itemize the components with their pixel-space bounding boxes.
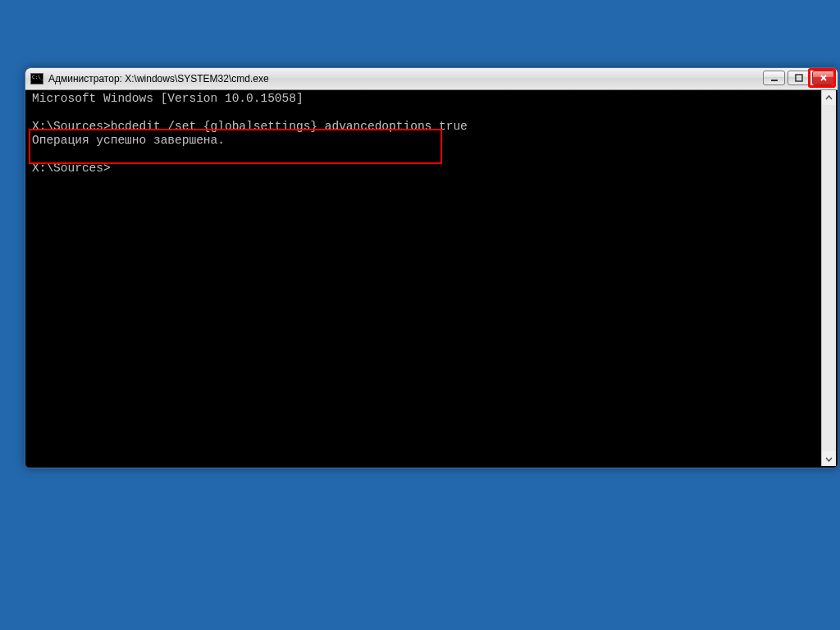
- close-icon: [819, 74, 828, 82]
- chevron-down-icon: [825, 455, 833, 463]
- window-title: Администратор: X:\windows\SYSTEM32\cmd.e…: [48, 73, 269, 84]
- cmd-window: Администратор: X:\windows\SYSTEM32\cmd.e…: [25, 67, 838, 468]
- version-line: Microsoft Windows [Version 10.0.15058]: [32, 92, 304, 105]
- maximize-icon: [795, 74, 803, 82]
- svg-rect-0: [771, 80, 778, 81]
- terminal-area: Microsoft Windows [Version 10.0.15058] X…: [27, 90, 836, 466]
- window-controls: [763, 71, 834, 85]
- result-text: Операция успешно завершена.: [32, 134, 225, 147]
- cmd-icon: [30, 73, 43, 84]
- minimize-icon: [770, 74, 778, 82]
- prompt: X:\Sources>: [32, 162, 111, 175]
- terminal-output[interactable]: Microsoft Windows [Version 10.0.15058] X…: [27, 90, 821, 466]
- scroll-up-button[interactable]: [822, 90, 836, 105]
- chevron-up-icon: [825, 94, 833, 102]
- scroll-down-button[interactable]: [822, 451, 836, 466]
- scroll-track[interactable]: [822, 105, 836, 451]
- titlebar[interactable]: Администратор: X:\windows\SYSTEM32\cmd.e…: [25, 68, 838, 90]
- maximize-button[interactable]: [788, 71, 810, 85]
- svg-rect-1: [796, 75, 802, 81]
- scrollbar-vertical[interactable]: [821, 90, 836, 466]
- close-button[interactable]: [812, 71, 834, 85]
- command-text: bcdedit /set {globalsettings} advancedop…: [111, 120, 468, 133]
- minimize-button[interactable]: [763, 71, 785, 85]
- prompt: X:\Sources>: [32, 120, 111, 133]
